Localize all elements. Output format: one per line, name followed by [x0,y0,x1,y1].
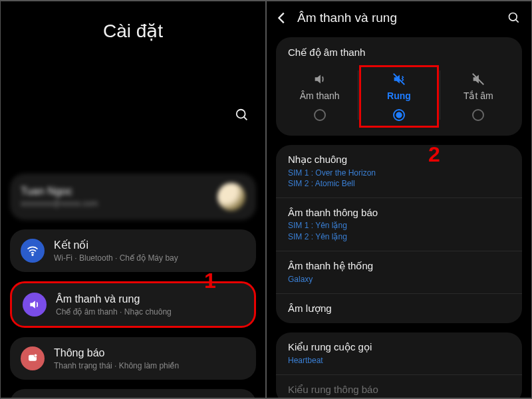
svg-line-15 [516,20,519,23]
sound-vibration-screen: Âm thanh và rung Chế độ âm thanh Âm than… [267,1,531,398]
search-button[interactable] [507,11,521,25]
notification-icon [21,346,45,370]
speaker-icon [23,293,47,317]
item-text: Thông báo Thanh trạng thái · Không làm p… [54,347,179,370]
svg-point-14 [509,13,517,21]
row-title: Kiểu rung thông báo [288,384,510,396]
settings-item-connections[interactable]: Kết nối Wi-Fi · Bluetooth · Chế độ Máy b… [10,229,256,272]
row-volume[interactable]: Âm lượng [276,294,522,323]
svg-point-4 [34,354,37,357]
item-text: Âm thanh và rung Chế độ âm thanh · Nhạc … [56,293,172,317]
sound-mode-row: Âm thanh Rung Tắt âm [276,65,522,125]
section-title: Chế độ âm thanh [276,47,522,65]
item-text: Kết nối Wi-Fi · Bluetooth · Chế độ Máy b… [54,239,178,263]
profile-email: xxxxxxxx@xxxxx.com [21,199,98,208]
radio-off[interactable] [314,109,326,121]
profile-card[interactable]: Tuan Ngoc xxxxxxxx@xxxxx.com [10,174,256,220]
item-subtitle: Thanh trạng thái · Không làm phiền [54,361,179,370]
search-button[interactable] [235,108,249,122]
settings-item-sound-vibration[interactable]: Âm thanh và rung Chế độ âm thanh · Nhạc … [10,281,256,328]
mode-label: Tắt âm [464,90,493,101]
highlight-box [359,65,439,128]
screen-title: Âm thanh và rung [297,11,507,25]
mode-label: Âm thanh [300,90,340,101]
search-icon [235,108,249,122]
svg-point-2 [32,254,33,255]
row-subtitle: SIM 1 : Over the Horizon SIM 2 : Atomic … [288,168,510,189]
page-title: Cài đặt [1,20,265,42]
item-title: Âm thanh và rung [56,293,172,305]
svg-point-0 [237,110,245,118]
profile-name: Tuan Ngoc [21,186,98,198]
divider [358,70,358,120]
vibration-list-card: Kiểu rung cuộc gọi Heartbeat Kiểu rung t… [276,332,522,398]
mute-icon [471,72,485,86]
annotation-step-1: 1 [204,269,216,293]
row-system-sound[interactable]: Âm thanh hệ thống Galaxy [276,251,522,294]
mode-option-mute[interactable]: Tắt âm [439,68,518,125]
row-subtitle: Heartbeat [288,355,510,366]
chevron-left-icon [275,11,289,25]
row-title: Nhạc chuông [288,154,510,166]
row-title: Âm thanh hệ thống [288,260,510,272]
settings-item-display[interactable]: Màn hình Độ sáng · Bảo vệ mắt khỏi thoải… [10,389,256,398]
profile-text: Tuan Ngoc xxxxxxxx@xxxxx.com [21,186,98,208]
row-title: Kiểu rung cuộc gọi [288,341,510,353]
svg-line-1 [244,117,247,120]
back-button[interactable] [275,11,289,25]
item-title: Thông báo [54,347,179,359]
sound-list-card: Nhạc chuông SIM 1 : Over the Horizon SIM… [276,145,522,323]
settings-screen: Cài đặt Tuan Ngoc xxxxxxxx@xxxxx.com Kết… [1,1,265,398]
row-subtitle: SIM 1 : Yên lặng SIM 2 : Yên lặng [288,220,510,241]
row-call-vibration-pattern[interactable]: Kiểu rung cuộc gọi Heartbeat [276,332,522,375]
annotation-step-2: 2 [428,142,440,167]
row-subtitle: Galaxy [288,274,510,285]
radio-off[interactable] [472,109,484,121]
header: Âm thanh và rung [267,1,531,29]
item-title: Kết nối [54,239,178,251]
search-icon [507,11,521,25]
sound-mode-card: Chế độ âm thanh Âm thanh Rung [276,37,522,136]
sound-on-icon [313,72,327,86]
row-notif-vibration-pattern[interactable]: Kiểu rung thông báo [276,375,522,398]
row-notification-sound[interactable]: Âm thanh thông báo SIM 1 : Yên lặng SIM … [276,198,522,251]
avatar [217,183,245,211]
item-subtitle: Wi-Fi · Bluetooth · Chế độ Máy bay [54,253,178,263]
row-title: Âm lượng [288,303,510,315]
item-subtitle: Chế độ âm thanh · Nhạc chuông [56,307,172,317]
row-ringtone[interactable]: Nhạc chuông SIM 1 : Over the Horizon SIM… [276,145,522,198]
mode-option-sound[interactable]: Âm thanh [280,68,359,125]
settings-item-notifications[interactable]: Thông báo Thanh trạng thái · Không làm p… [10,337,256,380]
divider [440,70,440,120]
wifi-icon [21,239,45,263]
row-title: Âm thanh thông báo [288,207,510,218]
